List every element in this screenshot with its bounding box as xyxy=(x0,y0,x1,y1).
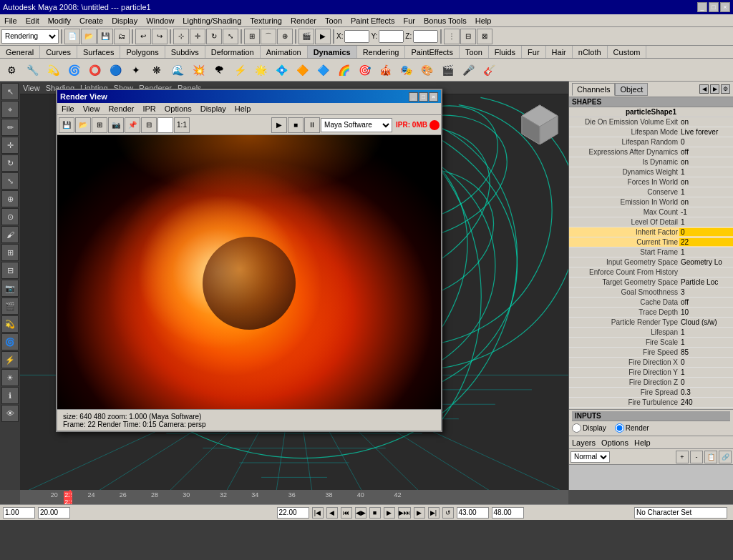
prop-value-firescale[interactable]: 1 xyxy=(679,338,733,346)
prop-value-particletype[interactable]: Cloud (s/w) xyxy=(679,318,733,326)
dynamics-icon-16[interactable]: 🔷 xyxy=(313,60,333,80)
sb-play-fwd[interactable]: ▶ xyxy=(384,507,395,519)
dynamics-icon-24[interactable]: 🎸 xyxy=(479,60,499,80)
render-view-btn[interactable]: 🎬 xyxy=(1,298,19,315)
dynamics-icon-6[interactable]: 🔵 xyxy=(105,60,125,80)
tab-general[interactable]: General xyxy=(0,46,40,58)
prop-value-goalsmooth[interactable]: 3 xyxy=(679,288,733,296)
scale-btn[interactable]: ⤡ xyxy=(223,29,238,44)
sb-time-field[interactable]: 1.00 xyxy=(3,507,35,519)
tab-curves[interactable]: Curves xyxy=(40,46,77,58)
rv-save-btn[interactable]: 💾 xyxy=(59,117,74,133)
pp-options-btn[interactable]: ⚙ xyxy=(721,84,730,94)
shape-name[interactable]: particleShape1 xyxy=(569,107,733,117)
layer-new-btn[interactable]: + xyxy=(676,451,689,463)
rv-compare-btn[interactable]: ⊟ xyxy=(141,117,157,133)
obj-info-btn[interactable]: ℹ xyxy=(1,387,19,404)
menu-paint-effects[interactable]: Paint Effects xyxy=(346,16,399,26)
prop-value-targetgeo[interactable]: Particle Loc xyxy=(679,278,733,286)
tab-object[interactable]: Object xyxy=(615,83,648,96)
timeline-ruler[interactable]: 20 2222 24 26 28 30 32 34 36 38 40 42 xyxy=(40,490,568,504)
pp-expand-btn[interactable]: ▶ xyxy=(710,84,719,94)
rv-maximize[interactable]: □ xyxy=(419,92,428,102)
prop-value-tracedepth[interactable]: 10 xyxy=(679,308,733,316)
dynamics-btn[interactable]: 🌀 xyxy=(1,333,19,350)
prop-value-9[interactable]: -1 xyxy=(679,208,733,216)
extra-btn3[interactable]: ⊠ xyxy=(477,29,492,44)
rv-pause-btn[interactable]: ⏸ xyxy=(304,117,320,133)
tab-painteffects[interactable]: PaintEffects xyxy=(405,46,460,58)
prop-value-inputgeo[interactable]: Geometry Lo xyxy=(679,258,733,266)
dynamics-icon-12[interactable]: ⚡ xyxy=(230,60,250,80)
rv-menu-display[interactable]: Display xyxy=(196,104,230,114)
dynamics-icon-14[interactable]: 💠 xyxy=(271,60,291,80)
menu-toon[interactable]: Toon xyxy=(321,16,346,26)
rv-render-region-btn[interactable]: ⊞ xyxy=(92,117,107,133)
rv-menu-ipr[interactable]: IPR xyxy=(138,104,160,114)
menu-bonus-tools[interactable]: Bonus Tools xyxy=(419,16,471,26)
sb-next-frame[interactable]: ▶ xyxy=(414,507,425,519)
menu-render[interactable]: Render xyxy=(286,16,321,26)
select-btn[interactable]: ⊹ xyxy=(173,29,189,44)
layer-menu-layers[interactable]: Layers xyxy=(572,438,596,447)
prop-value-firedir-z[interactable]: 0 xyxy=(679,378,733,386)
scale-tool[interactable]: ⤡ xyxy=(1,172,19,190)
sculpt-tool[interactable]: 🖌 xyxy=(1,226,19,243)
timeline[interactable]: 20 2222 24 26 28 30 32 34 36 38 40 42 xyxy=(0,490,733,504)
tab-toon[interactable]: Toon xyxy=(460,46,489,58)
camera-tool[interactable]: 📷 xyxy=(1,280,19,297)
emitter-btn[interactable]: ☀ xyxy=(1,369,19,386)
dynamics-icon-7[interactable]: ✦ xyxy=(126,60,146,80)
prop-value-firedir-y[interactable]: 1 xyxy=(679,368,733,376)
prop-value-6[interactable]: on xyxy=(679,178,733,186)
snap-grid-btn[interactable]: ⊞ xyxy=(244,29,260,44)
tab-channels[interactable]: Channels xyxy=(572,83,615,96)
menu-create[interactable]: Create xyxy=(75,16,107,26)
prop-value-inherit[interactable]: 0 xyxy=(679,228,733,236)
dynamics-icon-5[interactable]: ⭕ xyxy=(84,60,105,80)
prop-value-5[interactable]: 1 xyxy=(679,168,733,176)
prop-value-cachedata[interactable]: off xyxy=(679,298,733,306)
layer-mode-select[interactable]: Normal xyxy=(571,451,610,463)
extra-btn1[interactable]: ⋮ xyxy=(444,29,460,44)
sb-rewind[interactable]: ⏮ xyxy=(341,507,352,519)
extra-left-btn[interactable]: 👁 xyxy=(1,405,19,422)
rv-color-btn[interactable] xyxy=(157,117,173,133)
dynamics-icon-8[interactable]: ❋ xyxy=(147,60,167,80)
snap-curve-btn[interactable]: ⌒ xyxy=(261,29,276,44)
new-file-btn[interactable]: 📄 xyxy=(64,29,80,44)
prop-value-lifespan[interactable]: 1 xyxy=(679,328,733,336)
menu-help[interactable]: Help xyxy=(471,16,496,26)
rv-open-btn[interactable]: 📂 xyxy=(75,117,91,133)
dynamics-icon-1[interactable]: ⚙ xyxy=(1,60,21,80)
tab-polygons[interactable]: Polygons xyxy=(120,46,165,58)
dynamics-icon-23[interactable]: 🎤 xyxy=(458,60,478,80)
sb-prev-frame[interactable]: ◀ xyxy=(326,507,338,519)
x-field[interactable] xyxy=(344,30,369,43)
dynamics-icon-20[interactable]: 🎭 xyxy=(396,60,416,80)
dynamics-icon-15[interactable]: 🔶 xyxy=(292,60,312,80)
dynamics-icon-4[interactable]: 🌀 xyxy=(64,60,84,80)
rv-menu-render[interactable]: Render xyxy=(104,104,138,114)
render-btn[interactable]: ▶ xyxy=(315,29,331,44)
rv-keep-btn[interactable]: 📌 xyxy=(125,117,140,133)
tab-hair[interactable]: Hair xyxy=(546,46,573,58)
dynamics-icon-10[interactable]: 💥 xyxy=(188,60,208,80)
rv-render-btn[interactable]: ▶ xyxy=(271,117,287,133)
sb-loop[interactable]: ↺ xyxy=(442,507,454,519)
menu-edit[interactable]: Edit xyxy=(21,16,44,26)
dynamics-icon-11[interactable]: 🌪 xyxy=(209,60,229,80)
prop-value-0[interactable]: on xyxy=(679,118,733,126)
mode-select[interactable]: Rendering xyxy=(1,29,59,44)
layer-delete-btn[interactable]: - xyxy=(690,451,703,463)
sb-range-end-right[interactable]: 48.00 xyxy=(492,507,524,519)
rv-menu-file[interactable]: File xyxy=(57,104,79,114)
rv-stop-btn[interactable]: ■ xyxy=(288,117,304,133)
sb-range-start[interactable]: 20.00 xyxy=(38,507,70,519)
snap-point-btn[interactable]: ⊕ xyxy=(277,29,293,44)
save-as-btn[interactable]: 🗂 xyxy=(114,29,130,44)
rv-menu-options[interactable]: Options xyxy=(160,104,196,114)
prop-value-firespread[interactable]: 0.3 xyxy=(679,388,733,396)
dynamics-icon-3[interactable]: 💫 xyxy=(43,60,63,80)
rv-minimize[interactable]: _ xyxy=(409,92,418,102)
